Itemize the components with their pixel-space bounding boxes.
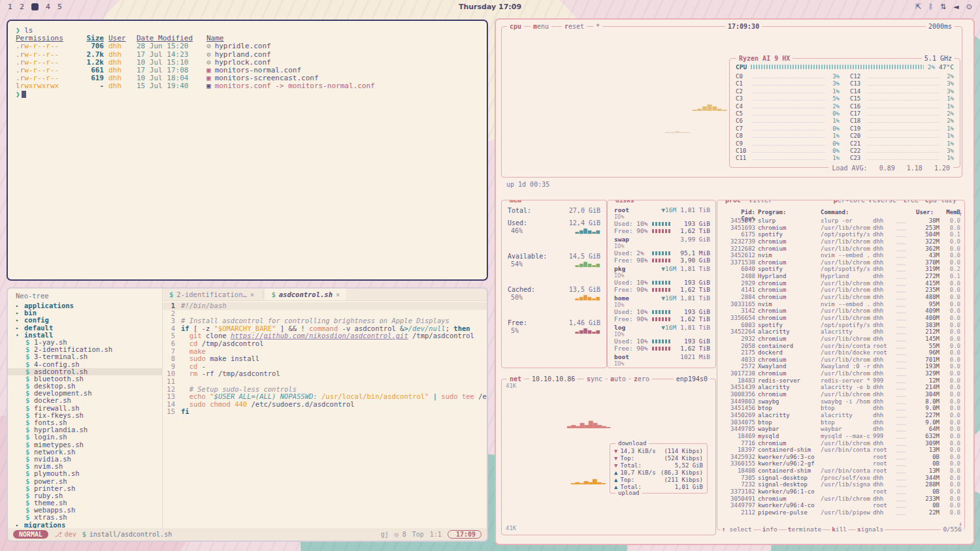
workspace-4[interactable]: 4 [46,3,50,11]
filter-button[interactable]: filter [746,200,775,204]
process-row[interactable]: 3451456btopbtopdhh▁▁▁9.0M0.0 [723,405,960,412]
process-row[interactable]: 2929chromium/usr/lib/chromium/dhh▁▁▁415M… [723,280,960,287]
scroll-up-icon[interactable]: ↑ [959,211,962,217]
volume-icon[interactable]: ◄ [953,3,958,11]
clock[interactable]: Thursday 17:09 [152,3,828,11]
net-interface[interactable]: enp194s0 [674,375,710,383]
process-row[interactable]: 3451439alacrittyalacritty -e btopdhh▁▁▁2… [723,384,960,391]
net-auto-button[interactable]: auto [608,375,629,383]
terminal-window[interactable]: ❯ ls PermissionsSizeUserDate ModifiedNam… [7,20,488,281]
cpu-box-title[interactable]: cpu [507,22,524,31]
process-row[interactable]: 3449797kworker/u96:4-coroot▁▁▁0B0.0 [723,502,960,509]
tree-item-power.sh[interactable]: $power.sh [16,478,162,485]
tree-item-3-terminal.sh[interactable]: $3-terminal.sh [16,353,162,360]
process-table-header[interactable]: Pid:Program:Command:User:MemBCpu% [723,209,960,217]
process-row[interactable]: 3050491chromium/usr/lib/chromium/dhh▁▁▁2… [723,496,960,503]
power-icon[interactable]: ⊙ [966,3,972,11]
process-row[interactable]: 7305signal-desktop/proc/self/exe --tdhh▁… [723,475,960,482]
tree-toggle[interactable]: tree [900,200,921,204]
tree-item-login.sh[interactable]: $login.sh [16,433,162,441]
network-icon[interactable]: ⇅ [940,3,946,11]
process-row[interactable]: 2572XwaylandXwayland :0 -rootldhh▁▁▁193M… [723,363,960,370]
process-row[interactable]: 3373182kworker/u96:1-coroot▁▁▁0B0.0 [723,488,960,496]
process-row[interactable]: 3451693chromium/usr/lib/chromium/dhh▁▁▁2… [723,225,960,232]
process-row[interactable]: 3008356chromium/usr/lib/chromium/dhh▁▁▁3… [723,391,960,398]
process-row[interactable]: 3212682chromium/usr/lib/chromium/dhh▁▁▁3… [723,245,960,253]
process-row[interactable]: 3034075btopbtopdhh▁▁▁9.0M0.0 [723,419,960,426]
tree-item-docker.sh[interactable]: $docker.sh [16,397,162,404]
neotree-sidebar[interactable]: Neo-tree ▸applications▸bin▸config▸defaul… [8,289,163,528]
reverse-toggle[interactable]: reverse [866,200,899,204]
bluetooth-icon[interactable]: ᛒ [928,3,933,11]
terminal-prompt-line[interactable]: ❯ [16,91,479,99]
process-row[interactable]: 2884chromium/usr/lib/chromium/dhh▁▁▁488M… [723,294,960,301]
proc-column-Program[interactable]: Program: [758,209,818,215]
process-row[interactable]: 3450269alacrittyalacrittydhh▁▁▁227M0.0 [723,412,960,419]
workspace-1[interactable]: 1 [8,3,12,11]
tree-item-plymouth.sh[interactable]: $plymouth.sh [16,470,162,477]
tab-2-identification[interactable]: $ 2-identification… × [163,289,261,300]
process-row[interactable]: 6003spotify/opt/spotify/spotidhh▁▁▁383M0… [723,322,960,329]
proc-action-select[interactable]: ↑ select [721,526,753,533]
proc-column-MemB[interactable]: MemB [942,209,960,215]
proc-box-title[interactable]: proc [723,200,743,204]
mem-box-title[interactable]: mem [507,200,524,204]
sort-selector[interactable]: cpu lazy [923,200,959,204]
process-row[interactable]: 2112pipewire-pulse/usr/lib/pipewire-dhh▁… [723,509,960,516]
proc-action-ill[interactable]: kill [830,526,848,533]
close-icon[interactable]: × [250,291,254,298]
process-row[interactable]: 3452612nvimnvim --embed .dhh▁▁▁43M0.0 [723,252,960,259]
preset-button[interactable]: * [593,22,602,31]
close-icon[interactable]: × [336,291,340,298]
process-row[interactable]: 2488HyprlandHyprlanddhh▁▁▁272M0.1 [723,273,960,280]
process-row[interactable]: 3356654chromium/usr/lib/chromium/dhh▁▁▁4… [723,315,960,322]
process-row[interactable]: 3425932kworker/u96:3-coroot▁▁▁0B0.0 [723,454,960,461]
process-row[interactable]: 2175dockerd/usr/bin/dockerd -root▁▁▁96M0… [723,349,960,356]
process-row[interactable]: 2058containerd/usr/bin/containerroot▁▁▁5… [723,343,960,350]
process-row[interactable]: 7232signal-desktop/usr/lib/signal-dedhh▁… [723,481,960,488]
process-row[interactable]: 3371538chromium/usr/lib/chromium/dhh▁▁▁3… [723,259,960,266]
process-row[interactable]: 3017238chromium/usr/lib/chromium/dhh▁▁▁3… [723,370,960,377]
menu-button[interactable]: menu [531,22,551,31]
tree-item-asdcontrol.sh[interactable]: $asdcontrol.sh [8,368,162,375]
process-row[interactable]: 18469mysqldmysqld --max-conne999▁▁▁632M0… [723,433,960,440]
editor-pane[interactable]: $ 2-identification… × │ $ asdcontrol.sh … [163,289,487,528]
net-zero-button[interactable]: zero [631,375,652,383]
process-row[interactable]: 3360155kworker/u96:2-gfroot▁▁▁0B0.0 [723,460,960,467]
process-row[interactable]: 7716chromium/usr/lib/chromium/dhh▁▁▁309M… [723,440,960,447]
screencast-icon[interactable]: ⇱ [915,3,921,11]
process-row[interactable]: 3449785waybarwaybardhh▁▁▁64M0.0 [723,426,960,433]
proc-column-Command[interactable]: Command: [821,209,870,215]
code-buffer[interactable]: 1#!/bin/bash23# Install asdcontrol for c… [163,301,487,528]
proc-column-Pid[interactable]: Pid: [723,209,755,215]
proc-column-User[interactable]: User: [916,209,939,215]
per-core-toggle[interactable]: per-core [831,200,868,204]
reset-button[interactable]: reset [562,22,587,31]
git-branch[interactable]: ⎇dev [54,531,76,538]
workspace-5[interactable]: 5 [57,3,62,11]
process-row[interactable]: 4033chromium/usr/lib/chromium/dhh▁▁▁701M… [723,356,960,364]
process-row[interactable]: 6040spotify/opt/spotify/spotidhh▁▁▁319M0… [723,266,960,273]
process-row[interactable]: 3452264alacrittyalacrittydhh▁▁▁212M0.0 [723,328,960,336]
update-interval[interactable]: 2000ms [926,22,955,31]
disks-box-title[interactable]: disks [613,200,637,204]
process-row[interactable]: 6175spotify/opt/spotify/spotidhh▁▁▁504M0… [723,231,960,238]
process-row[interactable]: 3142chromium/usr/lib/chromium/dhh▁▁▁409M… [723,307,960,315]
workspace-2[interactable]: 2 [20,3,24,11]
process-row[interactable]: 4141chromium/usr/lib/chromium/dhh▁▁▁235M… [723,287,960,294]
tree-item-applications[interactable]: ▸applications [16,302,162,309]
neovim-window[interactable]: Neo-tree ▸applications▸bin▸config▸defaul… [7,287,488,542]
workspace-3[interactable] [31,3,39,10]
btop-window[interactable]: cpu menu reset * 17:09:30 2000ms ▁▂▄▆▄▂▁… [495,18,975,545]
tree-item-migrations[interactable]: ▸migrations [16,522,162,528]
process-row[interactable]: 3449803swaybgswaybg -i /home/dhdhh▁▁▁8.0… [723,398,960,405]
tab-asdcontrol[interactable]: $ asdcontrol.sh × [265,289,346,300]
process-row[interactable]: 3232739chromium/usr/lib/chromium/dhh▁▁▁3… [723,238,960,245]
tree-item-4-config.sh[interactable]: $4-config.sh [16,361,162,368]
process-row[interactable]: 18483redis-serverredis-server *:637999▁▁… [723,377,960,385]
proc-action-erminate[interactable]: terminate [787,526,823,533]
net-sync-button[interactable]: sync [584,375,605,383]
process-row[interactable]: 3453347slurpslurp -ordhh▁▁▁38M0.0 [723,217,960,225]
tree-item-config[interactable]: ▸config [16,317,162,324]
process-row[interactable]: 18397containerd-shim/usr/bin/containerro… [723,447,960,454]
